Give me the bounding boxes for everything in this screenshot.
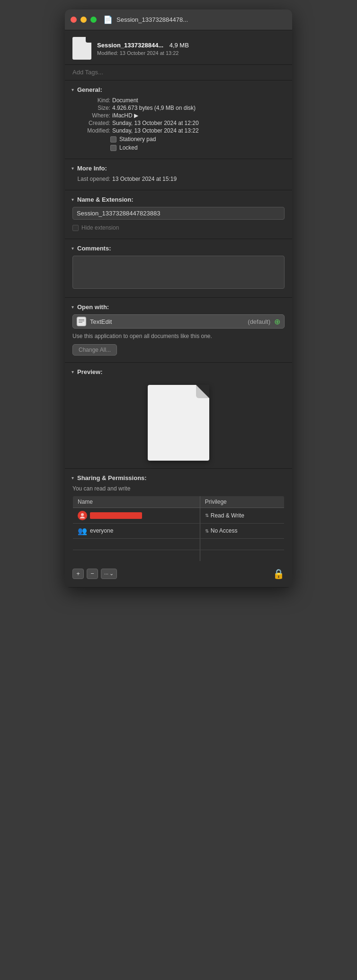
size-label: Size: bbox=[72, 105, 110, 111]
user-cell-1 bbox=[73, 508, 200, 523]
add-permission-button[interactable]: + bbox=[72, 569, 84, 579]
app-selector[interactable]: TextEdit (default) ⊕ bbox=[72, 314, 285, 329]
where-redacted bbox=[140, 112, 155, 119]
last-opened-value: 13 October 2024 at 15:19 bbox=[112, 176, 285, 182]
section-more-info-title: More Info: bbox=[77, 165, 107, 172]
user-name-redacted bbox=[90, 512, 142, 519]
lock-icon[interactable]: 🔒 bbox=[273, 568, 285, 579]
section-general-header[interactable]: ▾ General: bbox=[65, 84, 292, 95]
tags-placeholder: Add Tags... bbox=[72, 69, 103, 76]
name-input[interactable] bbox=[72, 207, 285, 220]
section-sharing-body: You can read and write Name Privilege bbox=[65, 483, 292, 564]
privilege-arrows-icon: ⇅ bbox=[205, 513, 209, 518]
action-button[interactable]: ··· ⌄ bbox=[101, 569, 117, 579]
file-size: 4,9 MB bbox=[170, 42, 189, 49]
privilege-arrows-icon-2: ⇅ bbox=[205, 528, 209, 534]
info-row-modified: Modified: Sunday, 13 October 2024 at 13:… bbox=[72, 127, 285, 134]
section-name-extension-header[interactable]: ▾ Name & Extension: bbox=[65, 194, 292, 205]
locked-checkbox[interactable] bbox=[110, 145, 116, 151]
stationery-label: Stationery pad bbox=[119, 136, 156, 143]
close-button[interactable] bbox=[71, 17, 77, 23]
where-value: iMacHD ▶ bbox=[112, 112, 285, 119]
permissions-table: Name Privilege bbox=[72, 496, 285, 561]
col-header-privilege: Privilege bbox=[200, 496, 284, 508]
section-comments-title: Comments: bbox=[77, 245, 111, 252]
modified-value: Sunday, 13 October 2024 at 13:22 bbox=[112, 127, 285, 134]
empty-cell bbox=[73, 550, 200, 561]
file-header: Session_1337328844... 4,9 MB Modified: 1… bbox=[65, 30, 292, 65]
group-icon: 👥 bbox=[78, 526, 87, 535]
stationery-checkbox[interactable] bbox=[110, 136, 116, 143]
preview-area bbox=[65, 377, 292, 464]
svg-rect-2 bbox=[79, 321, 84, 321]
section-more-info-body: Last opened: 13 October 2024 at 15:19 bbox=[65, 174, 292, 186]
kind-label: Kind: bbox=[72, 97, 110, 104]
info-row-where: Where: iMacHD ▶ bbox=[72, 112, 285, 119]
info-row-size: Size: 4.926.673 bytes (4,9 MB on disk) bbox=[72, 105, 285, 111]
section-preview-header[interactable]: ▾ Preview: bbox=[65, 366, 292, 377]
section-name-extension-body: Hide extension bbox=[65, 205, 292, 235]
info-row-created: Created: Sunday, 13 October 2024 at 12:2… bbox=[72, 120, 285, 126]
locked-label: Locked bbox=[119, 144, 138, 151]
locked-row: Locked bbox=[110, 144, 285, 151]
privilege-value-2: No Access bbox=[211, 527, 238, 534]
section-general-body: Kind: Document Size: 4.926.673 bytes (4,… bbox=[65, 95, 292, 155]
user-avatar bbox=[78, 511, 87, 520]
stationery-row: Stationery pad bbox=[110, 136, 285, 143]
section-open-with-header[interactable]: ▾ Open with: bbox=[65, 302, 292, 312]
chevron-sharing-icon: ▾ bbox=[71, 475, 74, 481]
section-more-info-header[interactable]: ▾ More Info: bbox=[65, 163, 292, 174]
table-row bbox=[73, 550, 285, 561]
info-row-kind: Kind: Document bbox=[72, 97, 285, 104]
table-row: 👥 everyone ⇅ No Access bbox=[73, 523, 285, 538]
remove-permission-button[interactable]: − bbox=[87, 569, 98, 579]
section-preview: ▾ Preview: bbox=[65, 363, 292, 469]
svg-rect-0 bbox=[78, 318, 85, 325]
file-icon bbox=[72, 37, 91, 60]
minimize-button[interactable] bbox=[80, 17, 87, 23]
chevron-name-extension-icon: ▾ bbox=[71, 197, 74, 202]
kind-value: Document bbox=[112, 97, 285, 104]
chevron-general-icon: ▾ bbox=[71, 87, 74, 92]
titlebar: 📄 Session_133732884478... bbox=[65, 9, 292, 30]
modified-label: Modified: bbox=[72, 127, 110, 134]
section-sharing-header[interactable]: ▾ Sharing & Permissions: bbox=[65, 472, 292, 483]
section-sharing-title: Sharing & Permissions: bbox=[77, 474, 147, 481]
section-open-with: ▾ Open with: TextEdit (default) ⊕ Use th… bbox=[65, 298, 292, 363]
permissions-toolbar: + − ··· ⌄ 🔒 bbox=[65, 564, 292, 583]
user-cell-2: 👥 everyone bbox=[73, 523, 200, 538]
where-label: Where: bbox=[72, 112, 110, 119]
last-opened-label: Last opened: bbox=[72, 176, 110, 182]
hide-extension-checkbox[interactable] bbox=[72, 225, 79, 231]
section-more-info: ▾ More Info: Last opened: 13 October 202… bbox=[65, 159, 292, 190]
col-header-name: Name bbox=[73, 496, 200, 508]
section-comments-body bbox=[65, 254, 292, 294]
chevron-preview-icon: ▾ bbox=[71, 369, 74, 374]
comments-textarea[interactable] bbox=[72, 256, 285, 289]
svg-point-5 bbox=[80, 517, 85, 518]
table-row bbox=[73, 538, 285, 550]
app-name: TextEdit bbox=[90, 318, 244, 325]
created-value: Sunday, 13 October 2024 at 12:20 bbox=[112, 120, 285, 126]
maximize-button[interactable] bbox=[90, 17, 97, 23]
select-arrow-icon: ⊕ bbox=[274, 317, 280, 326]
privilege-value-1: Read & Write bbox=[211, 512, 244, 519]
action-dots: ··· bbox=[104, 571, 108, 577]
empty-cell bbox=[73, 538, 200, 550]
tags-row[interactable]: Add Tags... bbox=[65, 65, 292, 80]
hide-extension-label: Hide extension bbox=[81, 224, 119, 231]
svg-rect-1 bbox=[79, 319, 84, 320]
open-with-desc: Use this application to open all documen… bbox=[72, 332, 285, 340]
info-row-last-opened: Last opened: 13 October 2024 at 15:19 bbox=[72, 176, 285, 182]
section-general: ▾ General: Kind: Document Size: 4.926.67… bbox=[65, 80, 292, 159]
change-all-button[interactable]: Change All... bbox=[72, 344, 117, 356]
created-label: Created: bbox=[72, 120, 110, 126]
file-info: Session_1337328844... 4,9 MB Modified: 1… bbox=[97, 41, 285, 56]
chevron-open-with-icon: ▾ bbox=[71, 304, 74, 310]
app-default: (default) bbox=[248, 318, 270, 325]
chevron-more-info-icon: ▾ bbox=[71, 166, 74, 171]
svg-rect-3 bbox=[79, 322, 82, 323]
section-comments-header[interactable]: ▾ Comments: bbox=[65, 243, 292, 254]
action-chevron: ⌄ bbox=[109, 570, 114, 577]
info-window: 📄 Session_133732884478... Session_133732… bbox=[65, 9, 292, 588]
